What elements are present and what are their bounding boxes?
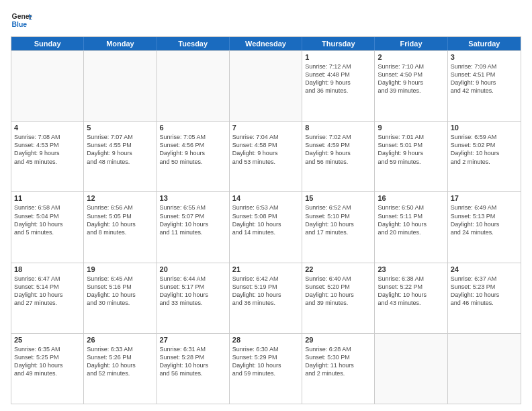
- day-number: 1: [305, 53, 371, 61]
- day-info: Sunrise: 7:08 AM Sunset: 4:53 PM Dayligh…: [14, 133, 81, 166]
- day-info: Sunrise: 6:49 AM Sunset: 5:13 PM Dayligh…: [451, 203, 518, 236]
- day-cell-8: 8Sunrise: 7:02 AM Sunset: 4:59 PM Daylig…: [302, 122, 375, 191]
- day-info: Sunrise: 6:44 AM Sunset: 5:17 PM Dayligh…: [160, 275, 226, 308]
- day-number: 23: [378, 265, 444, 273]
- day-info: Sunrise: 6:30 AM Sunset: 5:29 PM Dayligh…: [232, 345, 299, 378]
- empty-cell-0-0: [11, 51, 84, 121]
- day-number: 6: [160, 124, 226, 132]
- day-info: Sunrise: 7:04 AM Sunset: 4:58 PM Dayligh…: [232, 133, 299, 166]
- day-cell-18: 18Sunrise: 6:47 AM Sunset: 5:14 PM Dayli…: [11, 263, 84, 333]
- day-cell-17: 17Sunrise: 6:49 AM Sunset: 5:13 PM Dayli…: [448, 192, 521, 262]
- day-number: 11: [14, 194, 81, 202]
- calendar-row-2: 11Sunrise: 6:58 AM Sunset: 5:04 PM Dayli…: [11, 191, 521, 262]
- day-info: Sunrise: 6:38 AM Sunset: 5:22 PM Dayligh…: [378, 275, 444, 308]
- day-cell-6: 6Sunrise: 7:05 AM Sunset: 4:56 PM Daylig…: [157, 122, 230, 191]
- calendar-row-3: 18Sunrise: 6:47 AM Sunset: 5:14 PM Dayli…: [11, 263, 521, 333]
- logo-icon: General Blue: [11, 9, 32, 31]
- day-info: Sunrise: 7:10 AM Sunset: 4:50 PM Dayligh…: [378, 62, 444, 95]
- day-cell-23: 23Sunrise: 6:38 AM Sunset: 5:22 PM Dayli…: [375, 263, 447, 333]
- day-info: Sunrise: 6:56 AM Sunset: 5:05 PM Dayligh…: [87, 203, 153, 236]
- day-info: Sunrise: 6:31 AM Sunset: 5:28 PM Dayligh…: [160, 345, 226, 378]
- day-number: 17: [451, 194, 518, 202]
- day-number: 9: [378, 124, 444, 132]
- empty-cell-0-2: [157, 51, 230, 121]
- day-number: 14: [232, 194, 299, 202]
- day-cell-28: 28Sunrise: 6:30 AM Sunset: 5:29 PM Dayli…: [230, 334, 302, 404]
- calendar-header: SundayMondayTuesdayWednesdayThursdayFrid…: [11, 37, 521, 50]
- day-info: Sunrise: 6:33 AM Sunset: 5:26 PM Dayligh…: [87, 345, 153, 378]
- header-day-friday: Friday: [375, 37, 447, 50]
- day-number: 2: [378, 53, 444, 61]
- day-cell-21: 21Sunrise: 6:42 AM Sunset: 5:19 PM Dayli…: [230, 263, 302, 333]
- day-info: Sunrise: 7:12 AM Sunset: 4:48 PM Dayligh…: [305, 62, 371, 95]
- day-cell-10: 10Sunrise: 6:59 AM Sunset: 5:02 PM Dayli…: [448, 122, 521, 191]
- day-info: Sunrise: 6:37 AM Sunset: 5:23 PM Dayligh…: [451, 275, 518, 308]
- empty-cell-0-1: [84, 51, 157, 121]
- day-number: 18: [14, 265, 81, 273]
- day-info: Sunrise: 6:53 AM Sunset: 5:08 PM Dayligh…: [232, 203, 299, 236]
- day-number: 8: [305, 124, 371, 132]
- day-number: 3: [451, 53, 518, 61]
- day-info: Sunrise: 7:01 AM Sunset: 5:01 PM Dayligh…: [378, 133, 444, 166]
- logo: General Blue: [11, 9, 32, 31]
- page: General Blue SundayMondayTuesdayWednesda…: [0, 0, 532, 411]
- day-cell-5: 5Sunrise: 7:07 AM Sunset: 4:55 PM Daylig…: [84, 122, 157, 191]
- header-day-wednesday: Wednesday: [230, 37, 302, 50]
- day-cell-12: 12Sunrise: 6:56 AM Sunset: 5:05 PM Dayli…: [84, 192, 157, 262]
- day-cell-9: 9Sunrise: 7:01 AM Sunset: 5:01 PM Daylig…: [375, 122, 447, 191]
- day-cell-15: 15Sunrise: 6:52 AM Sunset: 5:10 PM Dayli…: [302, 192, 375, 262]
- header-day-sunday: Sunday: [11, 37, 84, 50]
- day-number: 21: [232, 265, 299, 273]
- svg-text:Blue: Blue: [12, 21, 28, 28]
- day-cell-27: 27Sunrise: 6:31 AM Sunset: 5:28 PM Dayli…: [157, 334, 230, 404]
- day-info: Sunrise: 6:47 AM Sunset: 5:14 PM Dayligh…: [14, 275, 81, 308]
- day-info: Sunrise: 6:52 AM Sunset: 5:10 PM Dayligh…: [305, 203, 371, 236]
- day-cell-2: 2Sunrise: 7:10 AM Sunset: 4:50 PM Daylig…: [375, 51, 447, 121]
- day-cell-26: 26Sunrise: 6:33 AM Sunset: 5:26 PM Dayli…: [84, 334, 157, 404]
- day-cell-13: 13Sunrise: 6:55 AM Sunset: 5:07 PM Dayli…: [157, 192, 230, 262]
- day-cell-20: 20Sunrise: 6:44 AM Sunset: 5:17 PM Dayli…: [157, 263, 230, 333]
- day-number: 20: [160, 265, 226, 273]
- calendar-row-0: 1Sunrise: 7:12 AM Sunset: 4:48 PM Daylig…: [11, 50, 521, 121]
- header: General Blue: [11, 9, 521, 31]
- day-info: Sunrise: 6:45 AM Sunset: 5:16 PM Dayligh…: [87, 275, 153, 308]
- day-cell-4: 4Sunrise: 7:08 AM Sunset: 4:53 PM Daylig…: [11, 122, 84, 191]
- day-cell-14: 14Sunrise: 6:53 AM Sunset: 5:08 PM Dayli…: [230, 192, 302, 262]
- calendar-row-1: 4Sunrise: 7:08 AM Sunset: 4:53 PM Daylig…: [11, 121, 521, 191]
- day-cell-22: 22Sunrise: 6:40 AM Sunset: 5:20 PM Dayli…: [302, 263, 375, 333]
- day-number: 25: [14, 336, 81, 344]
- header-day-tuesday: Tuesday: [157, 37, 230, 50]
- day-number: 16: [378, 194, 444, 202]
- header-day-thursday: Thursday: [302, 37, 375, 50]
- day-number: 19: [87, 265, 153, 273]
- day-cell-7: 7Sunrise: 7:04 AM Sunset: 4:58 PM Daylig…: [230, 122, 302, 191]
- day-cell-11: 11Sunrise: 6:58 AM Sunset: 5:04 PM Dayli…: [11, 192, 84, 262]
- day-number: 28: [232, 336, 299, 344]
- empty-cell-4-6: [448, 334, 521, 404]
- day-info: Sunrise: 6:55 AM Sunset: 5:07 PM Dayligh…: [160, 203, 226, 236]
- day-number: 27: [160, 336, 226, 344]
- day-number: 15: [305, 194, 371, 202]
- day-info: Sunrise: 6:42 AM Sunset: 5:19 PM Dayligh…: [232, 275, 299, 308]
- day-number: 5: [87, 124, 153, 132]
- day-info: Sunrise: 6:40 AM Sunset: 5:20 PM Dayligh…: [305, 275, 371, 308]
- day-number: 7: [232, 124, 299, 132]
- day-number: 26: [87, 336, 153, 344]
- day-info: Sunrise: 6:58 AM Sunset: 5:04 PM Dayligh…: [14, 203, 81, 236]
- day-info: Sunrise: 6:28 AM Sunset: 5:30 PM Dayligh…: [305, 345, 371, 378]
- empty-cell-4-5: [375, 334, 447, 404]
- day-number: 4: [14, 124, 81, 132]
- calendar-body: 1Sunrise: 7:12 AM Sunset: 4:48 PM Daylig…: [11, 50, 521, 404]
- day-info: Sunrise: 6:59 AM Sunset: 5:02 PM Dayligh…: [451, 133, 518, 166]
- header-day-monday: Monday: [84, 37, 157, 50]
- day-number: 29: [305, 336, 371, 344]
- day-cell-1: 1Sunrise: 7:12 AM Sunset: 4:48 PM Daylig…: [302, 51, 375, 121]
- day-cell-19: 19Sunrise: 6:45 AM Sunset: 5:16 PM Dayli…: [84, 263, 157, 333]
- day-info: Sunrise: 7:02 AM Sunset: 4:59 PM Dayligh…: [305, 133, 371, 166]
- day-info: Sunrise: 7:05 AM Sunset: 4:56 PM Dayligh…: [160, 133, 226, 166]
- day-cell-29: 29Sunrise: 6:28 AM Sunset: 5:30 PM Dayli…: [302, 334, 375, 404]
- day-number: 10: [451, 124, 518, 132]
- calendar: SundayMondayTuesdayWednesdayThursdayFrid…: [11, 36, 521, 404]
- header-day-saturday: Saturday: [448, 37, 521, 50]
- day-cell-24: 24Sunrise: 6:37 AM Sunset: 5:23 PM Dayli…: [448, 263, 521, 333]
